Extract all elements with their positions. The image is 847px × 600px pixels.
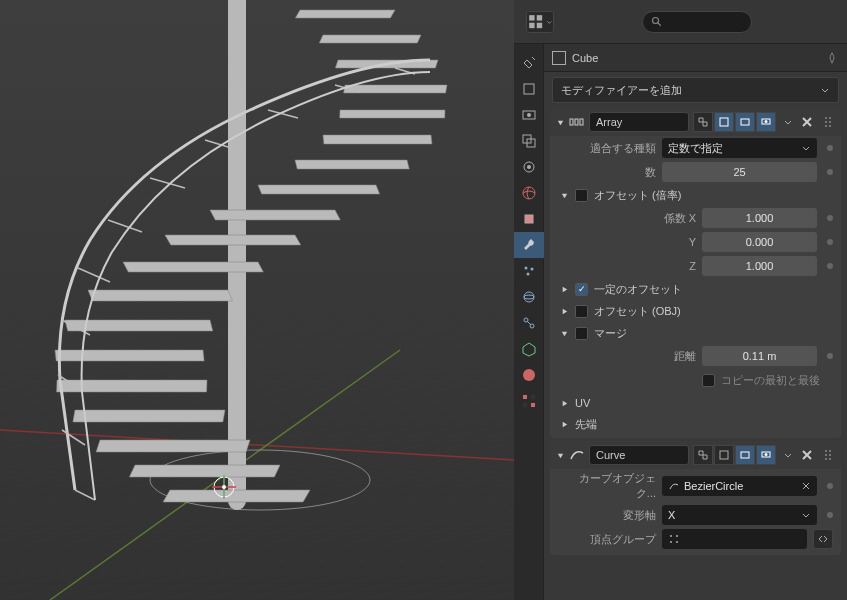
- svg-rect-4: [228, 0, 246, 510]
- mod-cage-toggle[interactable]: [693, 112, 713, 132]
- svg-point-56: [527, 273, 530, 276]
- vertex-group-invert[interactable]: [813, 529, 833, 549]
- anim-dot[interactable]: [827, 263, 833, 269]
- svg-rect-39: [529, 15, 534, 20]
- fit-type-dropdown[interactable]: 定数で指定: [662, 138, 817, 158]
- curve-object-field[interactable]: BezierCircle: [662, 476, 817, 496]
- modifier-array-header: Array: [550, 108, 841, 136]
- factor-x-field[interactable]: 1.000: [702, 208, 817, 228]
- svg-rect-80: [720, 451, 728, 459]
- tab-modifiers[interactable]: [514, 232, 544, 258]
- expand-icon[interactable]: [556, 451, 565, 460]
- tab-output[interactable]: [514, 102, 544, 128]
- collapse-icon[interactable]: [560, 399, 569, 408]
- mod-render-toggle[interactable]: [756, 445, 776, 465]
- anim-dot[interactable]: [827, 145, 833, 151]
- tab-viewlayer[interactable]: [514, 128, 544, 154]
- vertex-group-field[interactable]: [662, 529, 807, 549]
- svg-rect-10: [55, 350, 204, 361]
- pin-icon[interactable]: [825, 51, 839, 65]
- object-offset-checkbox[interactable]: [575, 305, 588, 318]
- modifier-properties: Cube モディファイアーを追加 Array: [544, 44, 847, 600]
- svg-rect-42: [537, 23, 542, 28]
- search-input[interactable]: [642, 11, 752, 33]
- uv-label: UV: [575, 397, 590, 409]
- modifier-name-input[interactable]: Curve: [589, 445, 689, 465]
- editor-type-dropdown[interactable]: [526, 11, 554, 33]
- svg-line-44: [658, 22, 661, 25]
- factor-z-field[interactable]: 1.000: [702, 256, 817, 276]
- svg-point-54: [525, 267, 528, 270]
- property-tabs: [514, 44, 544, 600]
- svg-point-86: [825, 454, 827, 456]
- viewport-3d[interactable]: [0, 0, 514, 600]
- merge-distance-label: 距離: [606, 349, 696, 364]
- mod-editmode-toggle[interactable]: [714, 445, 734, 465]
- tab-particles[interactable]: [514, 258, 544, 284]
- tab-constraints[interactable]: [514, 310, 544, 336]
- tab-tool[interactable]: [514, 50, 544, 76]
- add-modifier-dropdown[interactable]: モディファイアーを追加: [552, 77, 839, 103]
- collapse-icon[interactable]: [560, 285, 569, 294]
- svg-rect-45: [524, 84, 534, 94]
- svg-rect-6: [129, 465, 280, 477]
- anim-dot[interactable]: [827, 353, 833, 359]
- svg-point-43: [653, 17, 659, 23]
- anim-dot[interactable]: [827, 215, 833, 221]
- mod-cage-toggle[interactable]: [693, 445, 713, 465]
- expand-icon[interactable]: [560, 329, 569, 338]
- merge-distance-field[interactable]: 0.11 m: [702, 346, 817, 366]
- mod-delete-button[interactable]: [799, 447, 815, 463]
- svg-line-61: [527, 321, 531, 325]
- mod-editmode-toggle[interactable]: [714, 112, 734, 132]
- svg-point-79: [829, 125, 831, 127]
- svg-line-28: [78, 268, 110, 282]
- modifier-name-input[interactable]: Array: [589, 112, 689, 132]
- tab-render[interactable]: [514, 76, 544, 102]
- count-field[interactable]: 25: [662, 162, 817, 182]
- mod-extras-dropdown[interactable]: [783, 117, 793, 127]
- tab-material[interactable]: [514, 362, 544, 388]
- svg-rect-19: [340, 110, 445, 118]
- relative-offset-checkbox[interactable]: [575, 189, 588, 202]
- merge-label: マージ: [594, 326, 627, 341]
- svg-rect-13: [123, 262, 263, 272]
- anim-dot[interactable]: [827, 483, 833, 489]
- constant-offset-checkbox[interactable]: [575, 283, 588, 296]
- svg-point-76: [825, 121, 827, 123]
- svg-point-38: [222, 485, 226, 489]
- svg-point-93: [676, 541, 678, 543]
- anim-dot[interactable]: [827, 512, 833, 518]
- tab-mesh[interactable]: [514, 336, 544, 362]
- first-last-checkbox[interactable]: [702, 374, 715, 387]
- tab-physics[interactable]: [514, 284, 544, 310]
- merge-checkbox[interactable]: [575, 327, 588, 340]
- object-name: Cube: [572, 52, 598, 64]
- deform-axis-dropdown[interactable]: X: [662, 505, 817, 525]
- tab-world[interactable]: [514, 180, 544, 206]
- mod-viewport-toggle[interactable]: [735, 112, 755, 132]
- tab-object[interactable]: [514, 206, 544, 232]
- svg-point-87: [829, 454, 831, 456]
- anim-dot[interactable]: [827, 169, 833, 175]
- collapse-icon[interactable]: [560, 307, 569, 316]
- mod-drag-handle[interactable]: [821, 115, 835, 129]
- mod-drag-handle[interactable]: [821, 448, 835, 462]
- expand-icon[interactable]: [556, 118, 565, 127]
- anim-dot[interactable]: [827, 239, 833, 245]
- svg-point-57: [524, 292, 534, 302]
- svg-point-91: [676, 535, 678, 537]
- collapse-icon[interactable]: [560, 420, 569, 429]
- svg-point-52: [523, 187, 535, 199]
- tab-scene[interactable]: [514, 154, 544, 180]
- svg-rect-71: [741, 119, 749, 125]
- tab-texture[interactable]: [514, 388, 544, 414]
- mod-delete-button[interactable]: [799, 114, 815, 130]
- svg-rect-23: [295, 10, 395, 18]
- factor-y-field[interactable]: 0.000: [702, 232, 817, 252]
- svg-point-75: [829, 117, 831, 119]
- mod-render-toggle[interactable]: [756, 112, 776, 132]
- expand-icon[interactable]: [560, 191, 569, 200]
- mod-extras-dropdown[interactable]: [783, 450, 793, 460]
- mod-viewport-toggle[interactable]: [735, 445, 755, 465]
